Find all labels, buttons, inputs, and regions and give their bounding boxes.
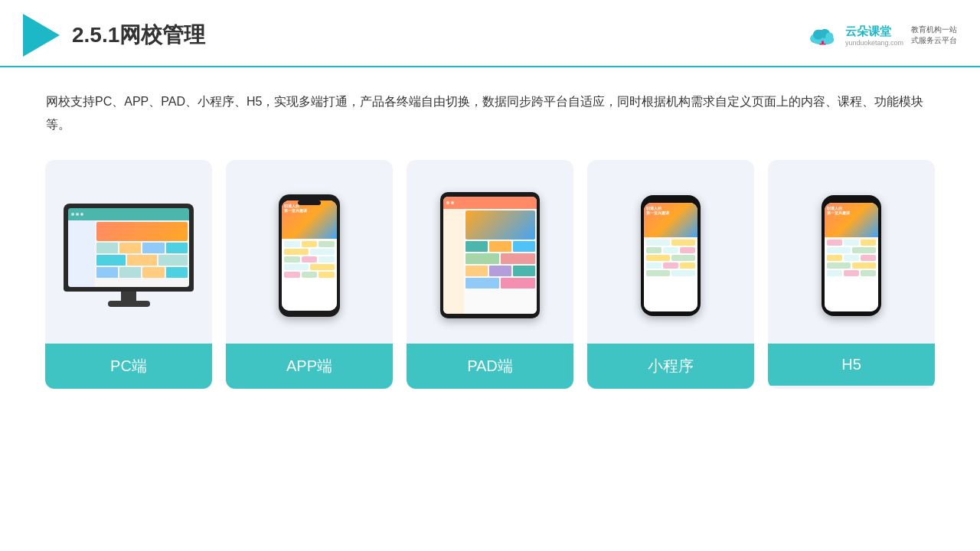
svg-rect-10 bbox=[819, 44, 826, 44]
card-app-image: 职通人的第一堂兴趣课 bbox=[226, 160, 393, 344]
card-pc: PC端 bbox=[45, 160, 212, 389]
card-pad-image bbox=[407, 160, 573, 344]
brand-slogan: 教育机构一站式服务云平台 bbox=[911, 24, 957, 46]
mini-phone-icon: 职通人的第一堂兴趣课 bbox=[641, 195, 701, 316]
card-app: 职通人的第一堂兴趣课 bbox=[226, 160, 393, 389]
header-left: 2.5.1网校管理 bbox=[23, 14, 205, 57]
cloud-icon bbox=[807, 23, 841, 47]
brand-text-group: 云朵课堂 yunduoketang.com bbox=[845, 24, 903, 47]
card-mini-label: 小程序 bbox=[587, 344, 754, 389]
page-title: 2.5.1网校管理 bbox=[72, 21, 205, 50]
brand-logo: 云朵课堂 yunduoketang.com bbox=[807, 23, 903, 47]
header-right: 云朵课堂 yunduoketang.com 教育机构一站式服务云平台 bbox=[807, 23, 957, 47]
card-h5-image: 职通人的第一堂兴趣课 bbox=[768, 160, 935, 344]
card-pc-image bbox=[45, 160, 212, 344]
brand-name: 云朵课堂 bbox=[845, 24, 891, 39]
logo-triangle-icon bbox=[23, 14, 60, 57]
card-app-label: APP端 bbox=[226, 344, 393, 389]
brand-url: yunduoketang.com bbox=[845, 39, 903, 47]
header: 2.5.1网校管理 云朵课堂 yunduoketang.com 教育机构一 bbox=[0, 0, 980, 67]
card-h5: 职通人的第一堂兴趣课 bbox=[768, 160, 935, 389]
card-h5-label: H5 bbox=[768, 344, 935, 386]
main-content: 网校支持PC、APP、PAD、小程序、H5，实现多端打通，产品各终端自由切换，数… bbox=[0, 67, 980, 404]
pc-monitor-icon bbox=[64, 204, 194, 307]
cards-container: PC端 职通人的第一堂兴趣课 bbox=[46, 160, 934, 389]
card-mini-image: 职通人的第一堂兴趣课 bbox=[587, 160, 754, 344]
svg-point-8 bbox=[825, 32, 833, 40]
pad-tablet-icon bbox=[440, 192, 540, 318]
description-text: 网校支持PC、APP、PAD、小程序、H5，实现多端打通，产品各终端自由切换，数… bbox=[46, 90, 934, 137]
card-mini: 职通人的第一堂兴趣课 bbox=[587, 160, 754, 389]
card-pad-label: PAD端 bbox=[407, 344, 573, 389]
card-pc-label: PC端 bbox=[45, 344, 212, 389]
app-phone-icon: 职通人的第一堂兴趣课 bbox=[279, 194, 340, 317]
card-pad: PAD端 bbox=[407, 160, 573, 389]
h5-phone-icon: 职通人的第一堂兴趣课 bbox=[822, 195, 881, 316]
